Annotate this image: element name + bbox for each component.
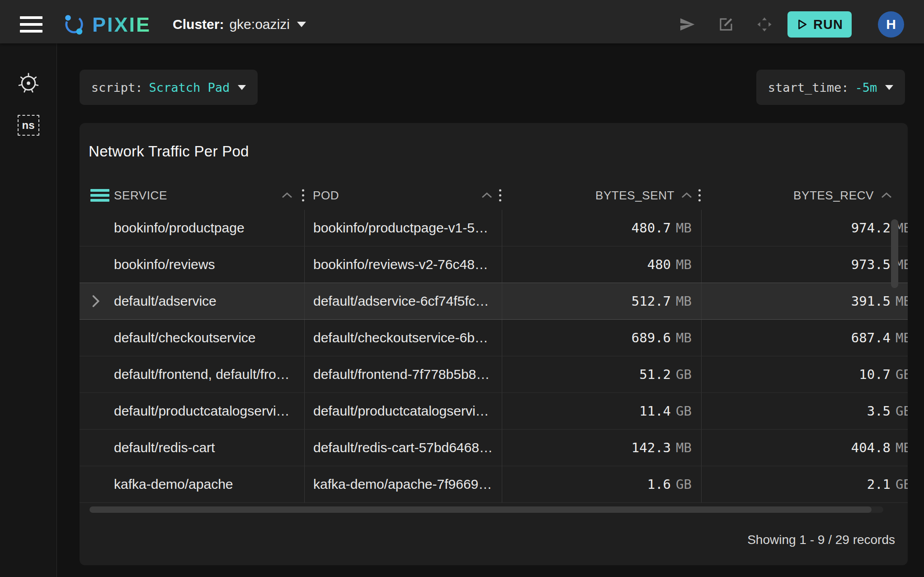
bytes-sent-value: 512.7 — [632, 293, 671, 309]
chevron-down-icon — [297, 22, 306, 27]
top-bar: PIXIE Cluster: gke:oazizi — [0, 0, 924, 43]
bytes-recv-value: 687.4 — [851, 330, 891, 345]
paper-plane-icon — [679, 16, 695, 33]
vertical-scrollbar-thumb[interactable] — [891, 219, 898, 288]
service-cell: bookinfo/reviews — [114, 257, 215, 272]
avatar[interactable]: H — [878, 11, 904, 38]
bytes-sent-unit: MB — [676, 257, 692, 272]
table-header: SERVICE POD BYTES_SENT BYTES_RECV — [80, 181, 908, 210]
column-header-bytes-recv[interactable]: BYTES_RECV — [793, 189, 874, 203]
service-cell: bookinfo/productpage — [114, 220, 245, 236]
service-cell: default/productcatalogservi… — [114, 403, 290, 419]
sort-asc-icon[interactable] — [481, 192, 493, 199]
service-cell: default/adservice — [114, 293, 217, 309]
script-selector[interactable]: script: Scratch Pad — [80, 70, 258, 105]
table-row[interactable]: bookinfo/reviews bookinfo/reviews-v2-76c… — [80, 246, 908, 283]
pixie-logo-icon — [63, 14, 85, 35]
row-expand-chevron-icon — [91, 295, 100, 307]
bytes-recv-value: 974.2 — [851, 220, 891, 236]
move-icon[interactable] — [757, 17, 772, 32]
pod-cell: kafka-demo/apache-7f9669… — [313, 477, 492, 492]
kubernetes-wheel-icon — [17, 71, 40, 95]
table-panel: Network Traffic Per Pod SERVICE POD BYTE… — [80, 123, 908, 565]
record-count: Showing 1 - 9 / 29 records — [747, 533, 895, 547]
bytes-sent-value: 11.4 — [639, 403, 671, 419]
table-row[interactable]: default/redis-cart default/redis-cart-57… — [80, 430, 908, 466]
avatar-initial: H — [886, 17, 896, 32]
chevron-down-icon — [238, 85, 246, 90]
bytes-sent-unit: MB — [676, 293, 692, 309]
pod-cell: default/checkoutservice-6b… — [313, 330, 488, 345]
sort-asc-icon[interactable] — [281, 192, 293, 199]
run-button[interactable]: RUN — [787, 11, 852, 38]
edit-icon[interactable] — [718, 16, 734, 33]
pod-cell: default/adservice-6cf74f5fc… — [313, 293, 489, 309]
sort-asc-icon[interactable] — [881, 192, 892, 199]
sidebar-item-cluster[interactable] — [17, 71, 40, 96]
column-menu-icon[interactable] — [698, 189, 701, 202]
column-header-service[interactable]: SERVICE — [114, 189, 167, 203]
column-header-pod[interactable]: POD — [313, 189, 339, 203]
play-icon — [796, 18, 808, 31]
cluster-selector[interactable]: Cluster: gke:oazizi — [173, 17, 306, 32]
open-with-icon — [757, 17, 772, 32]
bytes-recv-unit: GB — [896, 477, 908, 492]
share-icon[interactable] — [679, 16, 695, 33]
panel-title: Network Traffic Per Pod — [89, 143, 249, 160]
pixie-logo[interactable]: PIXIE — [63, 14, 151, 35]
table-row[interactable]: default/checkoutservice default/checkout… — [80, 320, 908, 356]
drag-handle-icon[interactable] — [90, 189, 109, 202]
bytes-recv-unit: MB — [896, 440, 908, 455]
bytes-sent-value: 142.3 — [632, 440, 671, 455]
bytes-sent-value: 689.6 — [632, 330, 671, 345]
column-header-bytes-sent[interactable]: BYTES_SENT — [595, 189, 674, 203]
table-row-selected[interactable]: default/adservice default/adservice-6cf7… — [80, 283, 908, 320]
table-row[interactable]: default/productcatalogservi… default/pro… — [80, 393, 908, 430]
bytes-sent-unit: GB — [676, 477, 692, 492]
run-label: RUN — [813, 17, 843, 32]
bytes-recv-value: 3.5 — [867, 403, 891, 419]
pod-cell: default/redis-cart-57bd6468… — [313, 440, 493, 455]
topbar-actions: RUN H — [679, 11, 904, 38]
bytes-recv-unit: MB — [896, 330, 908, 345]
bytes-recv-value: 10.7 — [859, 367, 891, 382]
table-row[interactable]: bookinfo/productpage bookinfo/productpag… — [80, 210, 908, 246]
cluster-label: Cluster: — [173, 17, 224, 32]
service-cell: default/redis-cart — [114, 440, 215, 455]
bytes-sent-unit: MB — [676, 330, 692, 345]
pod-cell: default/frontend-7f778b5b8… — [313, 367, 490, 382]
column-menu-icon[interactable] — [302, 189, 304, 202]
sort-asc-icon[interactable] — [681, 192, 693, 199]
service-cell: kafka-demo/apache — [114, 477, 233, 492]
pencil-square-icon — [718, 16, 734, 33]
bytes-sent-value: 480 — [647, 257, 671, 272]
script-label: script: — [91, 80, 143, 95]
app-root: PIXIE Cluster: gke:oazizi — [0, 0, 924, 577]
script-value: Scratch Pad — [149, 80, 230, 95]
table-row[interactable]: kafka-demo/apache kafka-demo/apache-7f96… — [80, 466, 908, 503]
bytes-recv-unit: GB — [896, 367, 908, 382]
horizontal-scrollbar[interactable] — [90, 506, 883, 513]
menu-icon[interactable] — [20, 15, 43, 33]
bytes-recv-unit: MB — [896, 293, 908, 309]
table-body: bookinfo/productpage bookinfo/productpag… — [80, 210, 908, 503]
bytes-sent-unit: GB — [676, 367, 692, 382]
start-time-value: -5m — [855, 80, 877, 95]
horizontal-scrollbar-thumb[interactable] — [90, 506, 872, 513]
service-cell: default/frontend, default/fro… — [114, 367, 290, 382]
bytes-sent-unit: GB — [676, 403, 692, 419]
column-menu-icon[interactable] — [499, 189, 501, 202]
sidebar-item-namespace[interactable]: ns — [18, 115, 39, 136]
pod-cell: default/productcatalogservi… — [313, 403, 489, 419]
start-time-selector[interactable]: start_time: -5m — [756, 70, 905, 105]
bytes-recv-value: 2.1 — [867, 477, 891, 492]
start-time-label: start_time: — [768, 80, 849, 95]
bytes-sent-unit: MB — [676, 220, 692, 236]
pod-cell: bookinfo/reviews-v2-76c48… — [313, 257, 488, 272]
bytes-recv-value: 391.5 — [851, 293, 891, 309]
namespace-label: ns — [22, 119, 34, 132]
bytes-recv-value: 973.5 — [851, 257, 891, 272]
bytes-sent-value: 480.7 — [632, 220, 671, 236]
table-row[interactable]: default/frontend, default/fro… default/f… — [80, 356, 908, 393]
bytes-sent-value: 1.6 — [647, 477, 671, 492]
